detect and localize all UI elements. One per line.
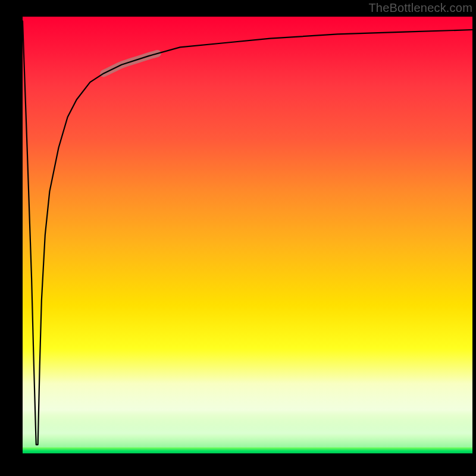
bottleneck-curve-path <box>23 21 472 444</box>
watermark-text: TheBottleneck.com <box>368 1 472 15</box>
chart-svg <box>23 17 472 453</box>
curve-highlight-segment <box>104 54 158 74</box>
chart-plot-area <box>23 17 472 453</box>
